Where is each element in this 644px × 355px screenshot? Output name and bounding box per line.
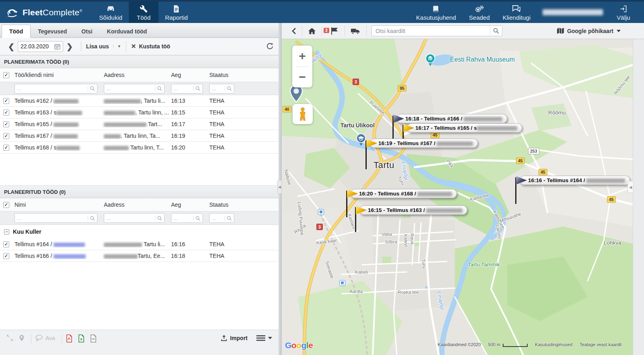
date-field[interactable] [18,41,63,52]
table-row[interactable]: ✓Tellimus #165 / Tart...16:17TEHA [0,118,279,130]
upload-icon [221,334,227,341]
panel-resize-divider[interactable]: ◀ [279,23,282,355]
search-icon[interactable] [193,216,200,221]
nav-item-klienditugi[interactable]: Klienditugi [496,2,537,23]
map-search-input[interactable] [372,28,490,34]
terms-link[interactable]: Kasutustingimused [535,342,572,347]
filter-name-input[interactable]: ... [14,84,97,93]
column-header[interactable]: Aeg [169,72,207,78]
delete-job-button[interactable]: ✕ Kustuta töö [131,43,170,50]
map-canvas[interactable]: Eesti Rahva MuuseumEmajõgiPuiesteeRõõmuR… [282,39,644,355]
filter-address-input[interactable]: ... [104,213,165,223]
filter-status-input[interactable]: ... [209,84,234,93]
export-doc-icon[interactable] [90,334,97,343]
museum-pin-icon[interactable] [425,54,436,68]
calendar-icon[interactable] [54,44,60,50]
search-icon[interactable] [225,86,232,91]
zoom-in-button[interactable]: + [292,46,312,66]
tab-tegevused[interactable]: Tegevused [31,25,74,37]
nav-item-soidukid[interactable]: Sõidukid [93,2,129,23]
column-header[interactable]: Aeg [169,201,207,208]
column-header[interactable]: Aadress [101,201,169,208]
table-row[interactable]: ✓Tellimus #163 / s, Tartu linn, ...16:15… [0,107,279,118]
row-checkbox[interactable]: ✓ [3,98,9,104]
search-icon[interactable] [225,216,232,221]
nav-item-raportid[interactable]: Raportid [159,2,194,23]
row-checkbox[interactable]: ✓ [3,133,9,139]
row-checkbox[interactable]: ✓ [3,241,9,247]
select-all-checkbox[interactable]: ✓ [3,72,9,78]
column-header[interactable]: Aadress [101,72,169,78]
column-header[interactable]: Staatus [207,201,279,208]
collapse-panel-icon[interactable] [6,334,13,341]
filter-time-input[interactable]: ... [171,84,203,93]
map-search-button[interactable] [490,26,502,36]
search-icon[interactable] [88,216,95,221]
filter-name-input[interactable]: ... [14,213,97,223]
map-search-box [372,25,502,36]
row-checkbox[interactable]: ✓ [3,121,9,127]
pegman-control[interactable] [293,104,313,124]
user-name-redacted[interactable] [537,2,609,23]
map-type-selector[interactable]: Google põhikaart [557,27,621,34]
export-pdf-icon[interactable] [66,334,72,343]
list-menu-button[interactable] [256,335,272,341]
prev-day-button[interactable]: ❮ [5,42,18,51]
transit-station-icon[interactable] [318,209,324,215]
planned-section-header[interactable]: PLANEERITUD TÖÖD (0) [0,185,279,198]
tab-korduvad-tood[interactable]: Korduvad tööd [100,25,155,37]
group-row-kuu-kuller[interactable]: − Kuu Kuller [0,225,279,239]
nav-item-tood[interactable]: Tööd [129,2,159,23]
filter-address-input[interactable]: ... [104,84,165,93]
collapse-panel-handle[interactable]: ◀ [277,180,282,194]
tab-otsi[interactable]: Otsi [74,25,99,37]
table-row[interactable]: ✓Tellimus #166 / Tartu, Ee...16:18TEHA [0,250,279,262]
collapse-group-icon[interactable]: − [4,229,9,235]
map-home-button[interactable] [304,27,320,35]
transit-station-icon[interactable] [339,280,345,286]
import-button[interactable]: Import [221,334,248,341]
open-chat-button[interactable]: Ava [35,334,55,341]
report-error-link[interactable]: Teatage veast kaardil [580,342,621,347]
search-icon[interactable] [193,86,200,91]
next-day-button[interactable]: ❯ [63,42,76,51]
refresh-button[interactable] [266,43,274,50]
expand-right-panel-handle[interactable]: ◀ [627,181,634,193]
row-checkbox[interactable]: ✓ [3,145,9,151]
row-checkbox[interactable]: ✓ [3,253,9,259]
search-icon[interactable] [155,86,162,91]
map-label: Puiestee [369,100,386,115]
nav-item-valju[interactable]: Välju [609,2,638,23]
export-excel-icon[interactable]: X [78,334,85,343]
nav-item-kasutusjuhend[interactable]: Kasutusjuhend [410,2,462,23]
select-all-checkbox[interactable]: ✓ [3,202,9,208]
map-pin-icon[interactable] [19,334,25,342]
table-row[interactable]: ✓Tellimus #162 / , Tartu li...16:13TEHA [0,95,279,107]
nav-item-seaded[interactable]: Seaded [462,2,496,23]
table-row[interactable]: ✓Tellimus #167 / . Tartu linn, Ta...16:1… [0,130,279,142]
map-back-button[interactable] [287,27,300,35]
search-icon[interactable] [155,216,162,221]
brand-logo[interactable]: FleetComplete® [0,2,93,23]
search-icon[interactable] [88,86,95,91]
column-header[interactable]: Staatus [207,72,279,78]
table-row[interactable]: ✓Tellimus #168 / s Tartu linn, T...16:20… [0,142,279,154]
map-flags-button[interactable]: 3 [324,27,343,35]
tab-tood[interactable]: Tööd [2,25,31,38]
filter-status-input[interactable]: ... [209,213,234,223]
map-vehicles-button[interactable] [347,27,365,35]
add-new-button[interactable]: Lisa uus ▼ [86,43,121,50]
column-header[interactable]: Töö/kliendi nimi [12,72,101,78]
map-label: Emajõgi [436,291,446,310]
column-header[interactable]: Nimi [12,201,101,208]
row-checkbox[interactable]: ✓ [3,110,9,116]
refresh-icon [266,43,274,50]
filter-time-input[interactable]: ... [171,213,203,223]
add-new-dropdown-caret[interactable]: ▼ [113,44,121,48]
table-row[interactable]: ✓Tellimus #164 / Tartu li...16:16TEHA [0,239,279,250]
university-pin-icon[interactable] [356,133,366,147]
date-input[interactable] [21,43,54,50]
redacted-text [56,146,80,150]
zoom-out-button[interactable]: − [292,67,312,88]
unplanned-section-header[interactable]: PLANEERIMATA TÖÖD (0) [0,55,279,68]
